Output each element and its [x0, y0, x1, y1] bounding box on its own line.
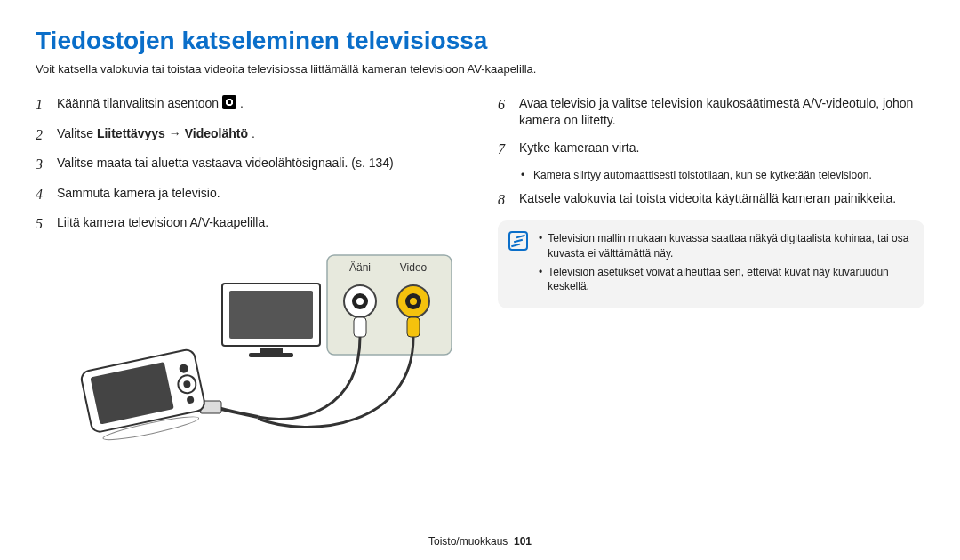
av-cable-figure: Ääni Video	[36, 248, 462, 452]
step-6: 6 Avaa televisio ja valitse television k…	[498, 95, 924, 129]
camera-icon	[80, 348, 209, 445]
step-text: Käännä tilanvalitsin asentoon .	[57, 95, 462, 112]
step-text: Valitse Liitettävyys → Videolähtö .	[57, 125, 462, 142]
svg-rect-11	[354, 317, 366, 337]
svg-rect-3	[249, 353, 293, 357]
step-7: 7 Kytke kameraan virta.	[498, 140, 924, 159]
step-number: 4	[36, 185, 48, 204]
step-text: Kytke kameraan virta.	[519, 140, 924, 156]
svg-rect-12	[407, 317, 420, 337]
step-text: Liitä kamera televisioon A/V-kaapelilla.	[57, 214, 462, 231]
tv-icon	[222, 284, 320, 357]
bullet-icon: •	[539, 265, 542, 295]
step-2: 2 Valitse Liitettävyys → Videolähtö .	[36, 125, 462, 145]
page-title: Tiedostojen katseleminen televisiossa	[36, 27, 924, 55]
step-8: 8 Katsele valokuvia tai toista videoita …	[498, 190, 924, 210]
right-column: 6 Avaa televisio ja valitse television k…	[498, 95, 924, 452]
audio-label: Ääni	[349, 261, 371, 274]
step-number: 3	[36, 155, 48, 174]
svg-point-7	[356, 298, 364, 305]
footer-section: Toisto/muokkaus	[428, 535, 508, 548]
step-1-post: .	[240, 96, 244, 110]
note-box: • Television mallin mukaan kuvassa saatt…	[498, 220, 924, 308]
bullet-icon: •	[539, 231, 542, 261]
step-number: 5	[36, 214, 48, 234]
footer-page-number: 101	[514, 535, 532, 548]
bullet-icon: •	[521, 169, 526, 181]
intro-text: Voit katsella valokuvia tai toistaa vide…	[36, 62, 924, 76]
step-2-post: .	[252, 126, 255, 140]
note-text: Television asetukset voivat aiheuttaa se…	[548, 265, 912, 295]
step-4: 4 Sammuta kamera ja televisio.	[36, 185, 462, 204]
note-icon	[508, 231, 528, 251]
bullet-text: Kamera siirtyy automaattisesti toistotil…	[533, 169, 872, 181]
note-line-1: • Television mallin mukaan kuvassa saatt…	[539, 231, 912, 261]
step-number: 6	[498, 95, 510, 115]
step-5: 5 Liitä kamera televisioon A/V-kaapelill…	[36, 214, 462, 234]
step-2-bold: Liitettävyys → Videolähtö	[97, 126, 248, 140]
step-text: Sammuta kamera ja televisio.	[57, 185, 462, 202]
step-1: 1 Käännä tilanvalitsin asentoon .	[36, 95, 462, 115]
svg-point-10	[410, 298, 417, 305]
step-text: Valitse maata tai aluetta vastaava video…	[57, 155, 462, 172]
page-footer: Toisto/muokkaus 101	[0, 535, 960, 548]
av-jack-panel: Ääni Video	[327, 255, 452, 355]
content-columns: 1 Käännä tilanvalitsin asentoon . 2 Vali…	[36, 95, 924, 452]
step-3: 3 Valitse maata tai aluetta vastaava vid…	[36, 155, 462, 174]
step-1-pre: Käännä tilanvalitsin asentoon	[57, 96, 222, 110]
video-label: Video	[400, 261, 428, 274]
step-number: 1	[36, 95, 48, 115]
note-text: Television mallin mukaan kuvassa saattaa…	[548, 231, 912, 261]
gear-icon	[222, 95, 236, 109]
step-number: 2	[36, 125, 48, 145]
step-number: 7	[498, 140, 510, 159]
step-7-bullet: • Kamera siirtyy automaattisesti toistot…	[521, 169, 924, 181]
note-line-2: • Television asetukset voivat aiheuttaa …	[539, 265, 912, 295]
left-column: 1 Käännä tilanvalitsin asentoon . 2 Vali…	[36, 95, 462, 452]
svg-rect-2	[260, 348, 283, 353]
step-2-pre: Valitse	[57, 126, 97, 140]
svg-rect-1	[229, 291, 313, 339]
step-text: Avaa televisio ja valitse television kau…	[519, 95, 924, 129]
step-text: Katsele valokuvia tai toista videoita kä…	[519, 190, 924, 207]
step-number: 8	[498, 190, 510, 210]
